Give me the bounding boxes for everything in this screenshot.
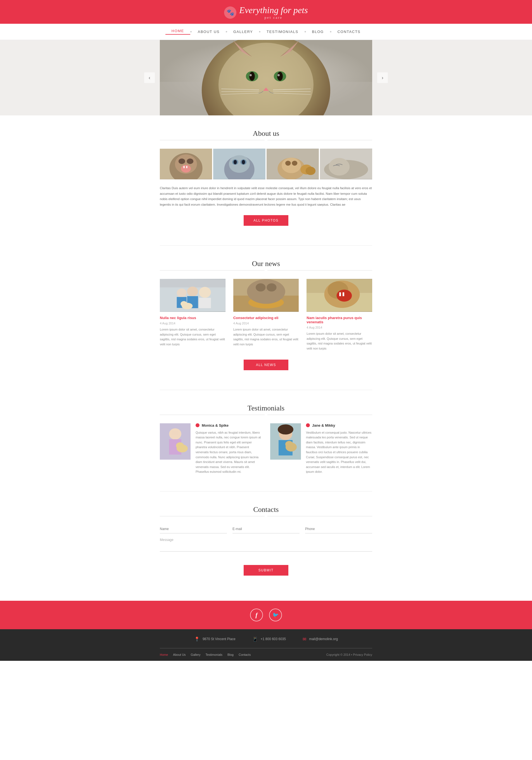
- email-icon: ✉: [303, 637, 306, 642]
- slider-next-button[interactable]: ›: [377, 72, 388, 83]
- phone-input[interactable]: [305, 525, 372, 533]
- news-item-1: Nulla nec ligula risus 4 Aug 2014 Lorem …: [160, 279, 225, 351]
- slider-prev-button[interactable]: ‹: [144, 72, 155, 83]
- svg-point-38: [282, 158, 301, 173]
- news-date-1: 4 Aug 2014: [160, 322, 225, 325]
- svg-point-74: [176, 442, 184, 449]
- news-item-3: Nam iaculis pharetra purus quis venenati…: [307, 279, 372, 351]
- nav-home[interactable]: HOME: [166, 29, 190, 35]
- all-photos-button[interactable]: ALL PHOTOS: [244, 215, 288, 226]
- svg-point-34: [234, 160, 237, 164]
- svg-point-7: [277, 72, 283, 81]
- message-row: Message: [160, 538, 372, 558]
- news-image-2: [233, 279, 299, 312]
- svg-point-50: [187, 287, 198, 297]
- contacts-form-row: [160, 525, 372, 533]
- news-title-3: Nam iaculis pharetra purus quis venenati…: [307, 316, 372, 324]
- nav-gallery[interactable]: GALLERY: [227, 29, 259, 34]
- nav-contacts[interactable]: CONTACTS: [331, 29, 367, 34]
- footer-link-testimonials[interactable]: Testimonials: [205, 653, 222, 656]
- address-text: 9870 St Vincent Place: [203, 637, 236, 641]
- testimonial-quote-2: Vestibulum et consequat justo. Nascetur …: [306, 430, 372, 474]
- news-image-1: [160, 279, 225, 312]
- svg-rect-67: [339, 292, 341, 296]
- about-description: Claritas Duis autem vel eum iriure dolor…: [160, 185, 372, 207]
- footer-social: f 🐦: [0, 601, 532, 629]
- svg-point-80: [285, 441, 293, 448]
- name-input[interactable]: [160, 525, 227, 533]
- news-text-3: Lorem ipsum dolor sit amet, consectetur …: [307, 331, 372, 351]
- email-text: mail@demolink.org: [309, 637, 338, 641]
- svg-point-59: [247, 279, 285, 304]
- svg-rect-68: [343, 292, 344, 296]
- news-title-2: Consectetur adipiscing eli: [233, 316, 299, 320]
- svg-rect-27: [184, 166, 185, 168]
- testimonial-quote-1: Quisque varius, nibh ac feugiat interdum…: [196, 430, 262, 474]
- news-text-2: Lorem ipsum dolor sit amet, consectetur …: [233, 327, 299, 347]
- message-label: Message: [160, 538, 372, 542]
- news-date-3: 4 Aug 2014: [307, 326, 372, 329]
- svg-point-42: [306, 167, 315, 175]
- testimonial-dot-2: [306, 423, 310, 427]
- nav-blog[interactable]: BLOG: [306, 29, 330, 34]
- svg-rect-72: [172, 431, 178, 435]
- footer-info: 📍 9870 St Vincent Place 📱 +1 800 603 603…: [0, 637, 532, 642]
- about-divider: [160, 140, 372, 140]
- svg-point-55: [180, 301, 187, 307]
- about-title: About us: [160, 129, 372, 138]
- svg-rect-28: [186, 166, 187, 168]
- about-photo-grid: [160, 149, 372, 179]
- message-input[interactable]: [160, 543, 372, 551]
- about-photo-3: [266, 149, 319, 179]
- testimonial-person-2: Jane & Mikky: [312, 423, 335, 428]
- svg-point-39: [285, 161, 291, 166]
- svg-point-45: [329, 158, 350, 175]
- nav-testimonials[interactable]: TESTIMONIALS: [261, 29, 304, 34]
- footer-dark: 📍 9870 St Vincent Place 📱 +1 800 603 603…: [0, 629, 532, 661]
- svg-point-52: [199, 287, 211, 298]
- svg-point-48: [177, 289, 187, 297]
- svg-point-60: [256, 283, 266, 291]
- all-news-button[interactable]: ALL NEWS: [244, 359, 288, 370]
- svg-point-24: [178, 159, 185, 164]
- news-title: Our news: [160, 260, 372, 268]
- news-title-1: Nulla nec ligula risus: [160, 316, 225, 320]
- twitter-icon[interactable]: 🐦: [269, 608, 282, 621]
- nav-about[interactable]: ABOUT US: [192, 29, 226, 34]
- footer-email: ✉ mail@demolink.org: [303, 637, 338, 642]
- news-image-3: [307, 279, 372, 312]
- footer-link-about[interactable]: About Us: [173, 653, 185, 656]
- contacts-divider: [160, 516, 372, 516]
- testimonial-item-1: Monica & Spike Quisque varius, nibh ac f…: [160, 423, 262, 474]
- footer-copyright: Copyright © 2014 • Privacy Policy: [326, 653, 372, 656]
- testimonial-name-1: Monica & Spike: [196, 423, 262, 428]
- hero-slider-section: ‹ ›: [0, 40, 532, 116]
- facebook-icon[interactable]: f: [250, 608, 263, 621]
- svg-point-25: [187, 159, 193, 164]
- about-photo-2: [213, 149, 266, 179]
- phone-text: +1 800 603 6035: [261, 637, 286, 641]
- footer-link-home[interactable]: Home: [160, 653, 168, 656]
- testimonial-content-2: Jane & Mikky Vestibulum et consequat jus…: [306, 423, 372, 474]
- svg-point-6: [249, 72, 255, 81]
- contacts-title: Contacts: [160, 505, 372, 514]
- footer-links-row: Home About Us Gallery Testimonials Blog …: [160, 648, 372, 661]
- svg-point-31: [229, 155, 250, 173]
- footer-link-contacts[interactable]: Contacts: [239, 653, 251, 656]
- svg-point-78: [278, 424, 293, 435]
- news-divider: [160, 270, 372, 270]
- submit-button[interactable]: SUBMIT: [244, 565, 288, 576]
- about-photo-1: [160, 149, 212, 179]
- testimonial-photo-1: [160, 423, 191, 460]
- news-grid: Nulla nec ligula risus 4 Aug 2014 Lorem …: [160, 279, 372, 351]
- testimonials-grid: Monica & Spike Quisque varius, nibh ac f…: [160, 423, 372, 474]
- svg-point-35: [242, 160, 245, 164]
- footer-link-gallery[interactable]: Gallery: [191, 653, 201, 656]
- logo-icon: 🐾: [224, 6, 236, 19]
- about-photo-4: [320, 149, 372, 179]
- svg-point-26: [181, 165, 191, 173]
- testimonial-content-1: Monica & Spike Quisque varius, nibh ac f…: [196, 423, 262, 474]
- email-input[interactable]: [232, 525, 300, 533]
- footer-link-blog[interactable]: Blog: [227, 653, 234, 656]
- site-header: 🐾 Everything for pets pet care: [0, 0, 532, 24]
